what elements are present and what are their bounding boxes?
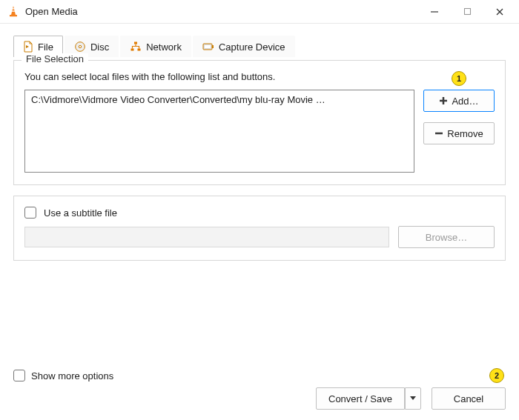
convert-save-button[interactable]: Convert / Save [316, 387, 405, 410]
svg-marker-0 [11, 6, 16, 15]
browse-button[interactable]: Browse… [398, 226, 495, 248]
svg-rect-13 [138, 49, 141, 51]
file-selection-group: File Selection You can select local file… [13, 60, 506, 185]
checkbox-label: Show more options [31, 370, 113, 381]
list-item[interactable]: C:\Vidmore\Vidmore Video Converter\Conve… [30, 93, 327, 106]
svg-rect-2 [11, 10, 15, 11]
close-button[interactable] [483, 1, 516, 22]
checkbox-label: Use a subtitle file [44, 207, 117, 219]
maximize-button[interactable] [451, 1, 483, 22]
svg-marker-20 [410, 396, 416, 400]
file-icon [23, 41, 33, 53]
convert-save-dropdown[interactable] [405, 387, 421, 410]
window-title: Open Media [25, 6, 78, 17]
tab-label: Capture Device [219, 41, 285, 53]
svg-rect-11 [134, 42, 137, 44]
tab-network[interactable]: Network [120, 36, 191, 57]
vlc-cone-icon [6, 4, 21, 19]
svg-rect-16 [212, 45, 214, 48]
use-subtitle-checkbox[interactable] [24, 207, 36, 219]
tab-label: File [38, 41, 53, 53]
svg-point-10 [79, 45, 81, 47]
button-label: Add… [452, 96, 478, 107]
footer: Show more options 2 Convert / Save Cance… [0, 368, 519, 410]
minimize-button[interactable] [418, 1, 451, 22]
file-selection-description: You can select local files with the foll… [24, 71, 495, 82]
tab-label: Network [146, 41, 182, 53]
disc-icon [74, 41, 86, 53]
minus-icon [434, 129, 443, 138]
tab-label: Disc [90, 41, 109, 53]
file-list[interactable]: C:\Vidmore\Vidmore Video Converter\Conve… [24, 90, 414, 173]
button-label: Cancel [454, 393, 483, 404]
cancel-button[interactable]: Cancel [432, 387, 506, 410]
annotation-badge-1: 1 [452, 71, 466, 86]
remove-button[interactable]: Remove [423, 122, 495, 144]
add-button[interactable]: Add… [423, 90, 495, 112]
svg-rect-15 [205, 45, 211, 48]
group-legend: File Selection [22, 53, 88, 64]
chevron-down-icon [410, 396, 416, 401]
network-icon [130, 41, 142, 53]
svg-rect-3 [10, 15, 17, 16]
svg-rect-12 [131, 49, 134, 51]
show-more-options-checkbox[interactable] [13, 370, 25, 381]
subtitle-path-field [24, 227, 389, 247]
button-label: Convert / Save [328, 393, 392, 404]
tab-bar: File Disc Network Capture Device [0, 24, 519, 57]
svg-rect-5 [464, 9, 470, 15]
tab-capture[interactable]: Capture Device [193, 36, 295, 57]
convert-save-split-button[interactable]: Convert / Save [316, 387, 421, 410]
annotation-badge-2: 2 [489, 368, 504, 383]
capture-icon [202, 41, 214, 52]
titlebar: Open Media [0, 0, 519, 24]
button-label: Browse… [426, 232, 467, 243]
svg-rect-1 [12, 8, 15, 9]
button-label: Remove [447, 128, 483, 139]
subtitle-group: Use a subtitle file Browse… [13, 196, 506, 261]
plus-icon [439, 96, 448, 105]
